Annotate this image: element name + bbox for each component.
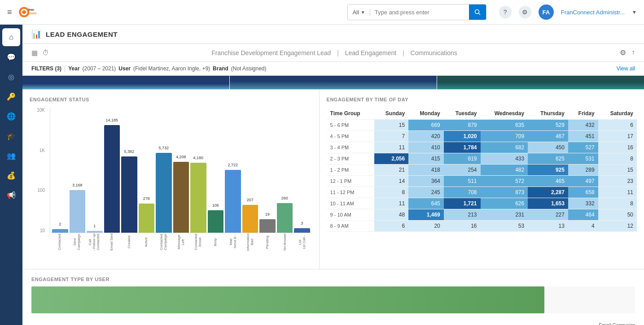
settings-icon[interactable]: ⚙ <box>519 6 531 18</box>
col-sunday: Sunday <box>374 108 408 120</box>
col-wednesday: Wednesday <box>481 108 528 120</box>
bar-group-10: 2,722 <box>225 170 241 233</box>
sidebar-item-globe[interactable]: 🌐 <box>2 107 20 125</box>
report-header: ▦ ⏱ Franchise Development Engagement Lea… <box>22 44 644 62</box>
email-campaign-label: Email Campaign <box>22 321 644 325</box>
charts-row: ENGAGEMENT STATUS 10K 1K 100 10 23,16811… <box>22 90 644 269</box>
dropdown-arrow-icon: ▼ <box>361 10 365 15</box>
avatar[interactable]: FA <box>539 4 554 20</box>
table-icon[interactable]: ▦ <box>31 49 38 57</box>
x-label-11: Bad Information <box>242 233 258 251</box>
bar-14[interactable]: 3 <box>294 228 310 233</box>
search-icon <box>474 9 481 15</box>
bar-group-9: 106 <box>208 210 224 233</box>
main-layout: ⌂ 💬 ◎ 🔑 🌐 🎓 👥 💰 📢 📊 LEAD ENGAGEMENT ▦ ⏱ … <box>0 25 644 325</box>
col-saturday: Saturday <box>598 108 637 120</box>
logo: fran connect <box>18 4 36 20</box>
report-left-icons: ▦ ⏱ <box>31 49 49 57</box>
export-icon[interactable]: ↑ <box>631 48 635 57</box>
heatmap-row-2: 3 - 4 PM114101,78468245052716 <box>327 142 637 153</box>
bar-2[interactable]: 1 <box>87 231 103 233</box>
search-filter-dropdown[interactable]: All ▼ <box>348 9 370 16</box>
bar-group-1: 3,168 <box>70 190 86 233</box>
lead-engagement-icon: 📊 <box>31 29 41 39</box>
page-title: LEAD ENGAGEMENT <box>46 30 118 38</box>
col-monday: Monday <box>408 108 444 120</box>
heatmap-row-6: 11 - 12 PM82457088732,28765811 <box>327 187 637 198</box>
heatmap-row-3: 2 - 3 PM2,0564158194336255318 <box>327 153 637 165</box>
bar-chart-area: 10K 1K 100 10 23,168114,1855,3822785,732… <box>30 108 312 251</box>
nav-icons: ? ⚙ FA FranConnect Administr... ▼ <box>499 4 637 20</box>
hamburger-menu[interactable]: ≡ <box>7 8 12 17</box>
sidebar-item-key[interactable]: 🔑 <box>2 87 20 105</box>
sidebar-item-leads[interactable]: ◎ <box>2 68 20 86</box>
heatmap-row-8: 9 - 10 AM481,46921323122746450 <box>327 209 637 221</box>
filters-bar: FILTERS (3) | Year (2007 – 2021) User (F… <box>22 62 644 76</box>
col-friday: Friday <box>568 108 598 120</box>
x-label-1: Campaign Sent <box>69 233 85 251</box>
sidebar-item-training[interactable]: 🎓 <box>2 127 20 145</box>
filter-icon[interactable]: ⚙ <box>620 48 626 57</box>
chart-thumbnails <box>22 76 644 90</box>
thumbnail-2[interactable] <box>229 76 437 89</box>
franconnect-logo-icon: fran connect <box>18 4 36 20</box>
bar-4[interactable]: 5,382 <box>121 156 137 233</box>
sidebar-item-messages[interactable]: 💬 <box>2 48 20 66</box>
x-label-12: Pending <box>259 233 276 251</box>
user-name[interactable]: FranConnect Administr... <box>561 9 625 16</box>
engagement-type-by-user-section: ENGAGEMENT TYPE BY USER <box>22 269 644 321</box>
x-label-7: Left Message <box>173 233 189 251</box>
heatmap-row-5: 12 - 1 PM1436451157246549723 <box>327 176 637 187</box>
bar-13[interactable]: 260 <box>277 203 293 233</box>
sidebar-item-money[interactable]: 💰 <box>2 166 20 184</box>
svg-point-4 <box>475 10 479 14</box>
bar-9[interactable]: 106 <box>208 210 224 233</box>
heatmap-row-1: 4 - 5 PM74201,02070946745117 <box>327 131 637 142</box>
bar-1[interactable]: 3,168 <box>70 190 86 233</box>
x-label-13: No Answer <box>277 233 293 251</box>
search-input[interactable] <box>370 9 469 16</box>
heatmap-row-7: 10 - 11 AM116451,7216261,6533328 <box>327 198 637 209</box>
heatmap-row-4: 1 - 2 PM2141825448292528915 <box>327 165 637 176</box>
history-icon[interactable]: ⏱ <box>42 49 49 57</box>
view-all-link[interactable]: View all <box>617 65 635 72</box>
bar-group-6: 5,732 <box>156 153 172 233</box>
bar-6[interactable]: 5,732 <box>156 153 172 233</box>
bar-12[interactable]: 19 <box>259 219 276 233</box>
x-label-8: Email Contacted <box>190 233 206 251</box>
heatmap-row-0: 5 - 6 PM156698796355294326 <box>327 120 637 131</box>
svg-text:fran: fran <box>28 8 34 11</box>
svg-line-5 <box>478 13 480 15</box>
bar-group-4: 5,382 <box>121 156 137 233</box>
bar-group-5: 278 <box>139 204 155 233</box>
x-label-14: 1st Call - LM <box>294 233 310 251</box>
x-label-6: Campaign Contacted <box>155 233 171 251</box>
help-icon[interactable]: ? <box>499 6 512 18</box>
bar-11[interactable]: 207 <box>242 205 258 233</box>
sidebar-item-campaign[interactable]: 📢 <box>2 186 20 204</box>
x-label-9: Busy <box>207 233 223 251</box>
sidebar-item-people[interactable]: 👥 <box>2 147 20 165</box>
bar-group-7: 4,208 <box>173 162 189 233</box>
x-label-2: Contacted - Follow up Call <box>86 233 102 251</box>
bar-0[interactable]: 2 <box>52 229 68 233</box>
x-label-4: Created <box>121 233 137 251</box>
thumbnail-1[interactable] <box>22 76 229 89</box>
bar-8[interactable]: 4,180 <box>190 163 206 233</box>
bar-7[interactable]: 4,208 <box>173 162 189 233</box>
thumbnail-3[interactable] <box>437 76 644 89</box>
bar-5[interactable]: 278 <box>139 204 155 233</box>
user-menu-chevron-icon[interactable]: ▼ <box>632 9 637 15</box>
search-button[interactable] <box>469 4 486 20</box>
bar-group-12: 19 <box>259 219 276 233</box>
bar-10[interactable]: 2,722 <box>225 170 241 233</box>
x-label-5: Active <box>138 233 154 251</box>
search-bar: All ▼ <box>347 4 486 20</box>
sidebar-item-home[interactable]: ⌂ <box>2 28 20 46</box>
x-label-0: Contacted <box>52 233 68 251</box>
report-area: ▦ ⏱ Franchise Development Engagement Lea… <box>22 44 644 325</box>
bar-group-3: 14,185 <box>104 125 120 233</box>
sidebar: ⌂ 💬 ◎ 🔑 🌐 🎓 👥 💰 📢 <box>0 25 22 325</box>
page-header: 📊 LEAD ENGAGEMENT <box>22 25 644 44</box>
bar-3[interactable]: 14,185 <box>104 125 120 233</box>
